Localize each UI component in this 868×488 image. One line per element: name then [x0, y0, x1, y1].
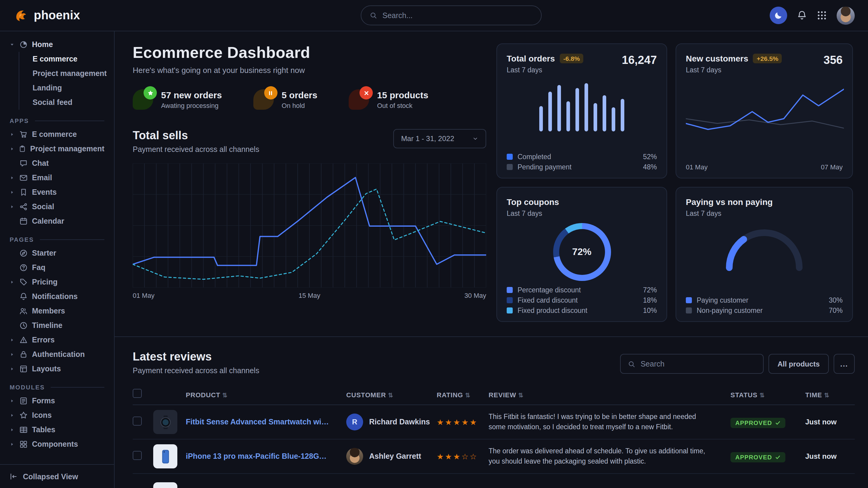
caret-right-icon — [10, 398, 14, 403]
sidebar-item-email[interactable]: Email — [6, 171, 108, 185]
bell-icon — [19, 292, 28, 301]
caret-right-icon — [10, 413, 14, 418]
sidebar-item-home[interactable]: Home — [6, 37, 108, 52]
sidebar-item-components[interactable]: Components — [6, 437, 108, 452]
sidebar-item-timeline[interactable]: Timeline — [6, 318, 108, 333]
legend-label: Completed — [518, 153, 551, 160]
brand[interactable]: phoenix — [13, 8, 80, 23]
product-link[interactable]: iPhone 13 pro max-Pacific Blue-128GB sto… — [186, 452, 331, 461]
sidebar-item-forms[interactable]: Forms — [6, 394, 108, 408]
customer-name: Richard Dawkins — [369, 418, 430, 426]
sidebar-item-faq[interactable]: Faq — [6, 260, 108, 275]
stat-out-of-stock: 15 products Out of stock — [349, 89, 428, 110]
top-coupons-donut-chart: 72% — [553, 223, 611, 281]
top-coupons-legend: Percentage discount 72% Fixed card disco… — [507, 286, 657, 314]
reviews-search[interactable] — [620, 354, 764, 374]
caret-right-icon — [10, 280, 14, 285]
collapsed-view-button[interactable]: Collapsed View — [0, 464, 114, 488]
stats-row: 57 new orders Awating processing 5 order… — [133, 89, 486, 110]
caret-down-icon — [10, 42, 14, 47]
sidebar-item-notifications[interactable]: Notifications — [6, 289, 108, 304]
sidebar-item-social[interactable]: Social — [6, 199, 108, 214]
review-row[interactable]: iPhone 13 pro max-Pacific Blue-128GB sto… — [133, 440, 855, 474]
search-input[interactable] — [382, 11, 533, 20]
column-header-review[interactable]: REVIEW ⇅ — [489, 391, 731, 398]
topbar-search[interactable] — [361, 5, 542, 25]
sidebar-item-members[interactable]: Members — [6, 304, 108, 318]
sidebar-item-label: Home — [32, 40, 53, 49]
theme-toggle-button[interactable] — [770, 7, 787, 24]
product-link[interactable]: Fitbit Sense Advanced Smartwatch with To… — [186, 418, 331, 426]
bar — [612, 107, 615, 131]
search-icon — [628, 360, 635, 367]
sidebar-item-events[interactable]: Events — [6, 185, 108, 199]
caret-right-icon — [10, 204, 14, 209]
sidebar-item-pricing[interactable]: Pricing — [6, 275, 108, 289]
phoenix-logo-icon — [13, 8, 28, 23]
caret-right-icon — [10, 190, 14, 195]
legend-swatch — [507, 307, 513, 314]
select-all-checkbox[interactable] — [133, 389, 142, 398]
clipboard-icon — [19, 145, 26, 153]
apps-grid-button[interactable] — [817, 10, 827, 21]
bar — [602, 95, 606, 131]
collapsed-view-label: Collapsed View — [23, 472, 78, 481]
sort-icon: ⇅ — [222, 392, 228, 398]
sidebar: HomeE commerceProject managementLandingS… — [0, 31, 115, 488]
sidebar-item-chat[interactable]: Chat — [6, 156, 108, 171]
sidebar-item-social-feed[interactable]: Social feed — [19, 95, 108, 110]
total-orders-badge: -6.8% — [560, 54, 584, 63]
all-products-button[interactable]: All products — [769, 354, 829, 374]
caret-right-icon — [10, 175, 14, 180]
total-orders-legend: Completed 52% Pending payment 48% — [507, 153, 657, 171]
legend-value: 72% — [643, 286, 657, 294]
sidebar-item-project-management[interactable]: Project management — [6, 142, 108, 156]
sidebar-item-errors[interactable]: Errors — [6, 333, 108, 347]
calendar-icon — [19, 217, 28, 225]
notifications-button[interactable] — [797, 10, 807, 21]
legend-label: Percentage discount — [518, 286, 581, 294]
grid-icon — [817, 10, 827, 21]
column-header-customer[interactable]: CUSTOMER ⇅ — [346, 391, 437, 398]
review-row-partial[interactable] — [133, 474, 855, 488]
sidebar-item-project-management[interactable]: Project management — [19, 66, 108, 81]
moon-icon — [774, 11, 783, 20]
column-header-rating[interactable]: RATING ⇅ — [437, 391, 489, 398]
stat-on-hold: 5 orders On hold — [253, 89, 317, 110]
sidebar-item-calendar[interactable]: Calendar — [6, 214, 108, 228]
chevron-down-icon — [472, 136, 478, 142]
total-orders-card: Total orders -6.8% Last 7 days 16,247 Co… — [496, 43, 667, 178]
shapes-icon — [19, 411, 28, 420]
sidebar-item-layouts[interactable]: Layouts — [6, 362, 108, 376]
sidebar-item-label: Social — [32, 202, 54, 211]
row-checkbox[interactable] — [133, 451, 142, 460]
review-row[interactable]: Fitbit Sense Advanced Smartwatch with To… — [133, 405, 855, 440]
column-header-time[interactable]: TIME ⇅ — [805, 391, 855, 398]
brand-name: phoenix — [34, 8, 80, 22]
row-checkbox[interactable] — [133, 416, 142, 425]
legend-value: 10% — [643, 307, 657, 314]
reviews-search-input[interactable] — [641, 360, 756, 368]
date-range-select[interactable]: Mar 1 - 31, 2022 — [393, 129, 486, 148]
column-header-product[interactable]: PRODUCT ⇅ — [153, 391, 346, 398]
sidebar-item-authentication[interactable]: Authentication — [6, 347, 108, 362]
sidebar-item-label: Forms — [32, 397, 55, 405]
more-options-button[interactable]: ... — [834, 354, 855, 374]
legend-swatch — [686, 297, 692, 303]
total-orders-bar-chart — [507, 81, 657, 131]
user-avatar[interactable] — [837, 6, 855, 24]
kpi-cards: Total orders -6.8% Last 7 days 16,247 Co… — [496, 43, 853, 322]
sidebar-item-landing[interactable]: Landing — [19, 81, 108, 95]
new-customers-title: New customers — [686, 54, 748, 63]
column-header-status[interactable]: STATUS ⇅ — [731, 391, 805, 398]
sidebar-item-tables[interactable]: Tables — [6, 423, 108, 437]
legend-label: Non-paying customer — [697, 307, 763, 314]
sort-icon: ⇅ — [519, 392, 524, 398]
sort-icon: ⇅ — [465, 392, 470, 398]
stat-blob — [133, 89, 153, 110]
sidebar-item-e-commerce[interactable]: E commerce — [6, 127, 108, 142]
sidebar-item-e-commerce[interactable]: E commerce — [19, 52, 108, 66]
sidebar-item-icons[interactable]: Icons — [6, 408, 108, 423]
dashboard-top: Ecommerce Dashboard Here's what's going … — [115, 31, 868, 337]
sidebar-item-starter[interactable]: Starter — [6, 246, 108, 260]
